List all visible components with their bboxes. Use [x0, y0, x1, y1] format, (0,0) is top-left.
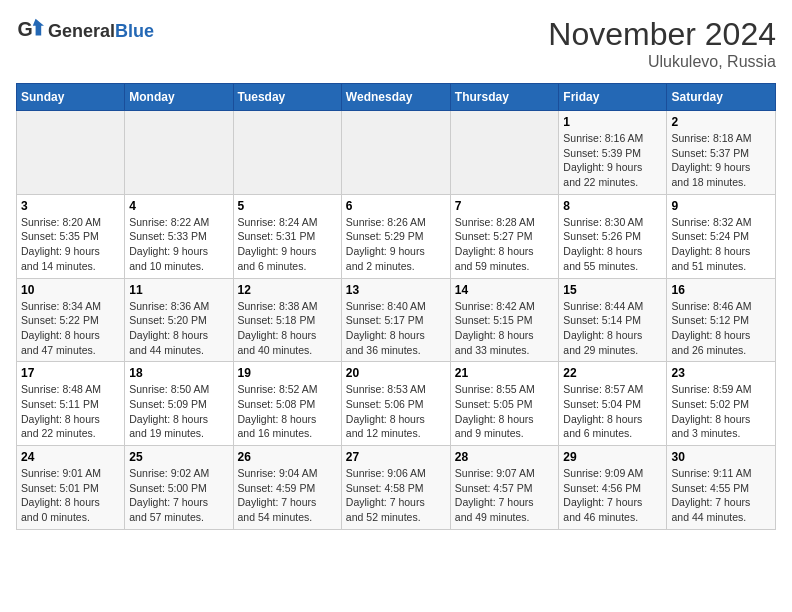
calendar-cell: 22Sunrise: 8:57 AM Sunset: 5:04 PM Dayli…: [559, 362, 667, 446]
calendar-cell: 21Sunrise: 8:55 AM Sunset: 5:05 PM Dayli…: [450, 362, 559, 446]
calendar-cell: 23Sunrise: 8:59 AM Sunset: 5:02 PM Dayli…: [667, 362, 776, 446]
day-number: 17: [21, 366, 120, 380]
header-monday: Monday: [125, 84, 233, 111]
calendar-cell: 17Sunrise: 8:48 AM Sunset: 5:11 PM Dayli…: [17, 362, 125, 446]
day-info: Sunrise: 9:07 AM Sunset: 4:57 PM Dayligh…: [455, 466, 555, 525]
calendar-cell: 19Sunrise: 8:52 AM Sunset: 5:08 PM Dayli…: [233, 362, 341, 446]
calendar-week-row: 17Sunrise: 8:48 AM Sunset: 5:11 PM Dayli…: [17, 362, 776, 446]
calendar-cell: 4Sunrise: 8:22 AM Sunset: 5:33 PM Daylig…: [125, 194, 233, 278]
calendar-cell: 12Sunrise: 8:38 AM Sunset: 5:18 PM Dayli…: [233, 278, 341, 362]
day-number: 8: [563, 199, 662, 213]
day-number: 10: [21, 283, 120, 297]
day-number: 2: [671, 115, 771, 129]
calendar-cell: 11Sunrise: 8:36 AM Sunset: 5:20 PM Dayli…: [125, 278, 233, 362]
header-thursday: Thursday: [450, 84, 559, 111]
day-info: Sunrise: 8:16 AM Sunset: 5:39 PM Dayligh…: [563, 131, 662, 190]
day-number: 25: [129, 450, 228, 464]
day-info: Sunrise: 8:38 AM Sunset: 5:18 PM Dayligh…: [238, 299, 337, 358]
day-info: Sunrise: 8:46 AM Sunset: 5:12 PM Dayligh…: [671, 299, 771, 358]
calendar-cell: 26Sunrise: 9:04 AM Sunset: 4:59 PM Dayli…: [233, 446, 341, 530]
day-number: 29: [563, 450, 662, 464]
calendar-week-row: 3Sunrise: 8:20 AM Sunset: 5:35 PM Daylig…: [17, 194, 776, 278]
day-info: Sunrise: 9:11 AM Sunset: 4:55 PM Dayligh…: [671, 466, 771, 525]
day-info: Sunrise: 8:59 AM Sunset: 5:02 PM Dayligh…: [671, 382, 771, 441]
day-info: Sunrise: 9:02 AM Sunset: 5:00 PM Dayligh…: [129, 466, 228, 525]
day-number: 7: [455, 199, 555, 213]
day-info: Sunrise: 8:20 AM Sunset: 5:35 PM Dayligh…: [21, 215, 120, 274]
calendar-week-row: 10Sunrise: 8:34 AM Sunset: 5:22 PM Dayli…: [17, 278, 776, 362]
day-number: 23: [671, 366, 771, 380]
day-number: 12: [238, 283, 337, 297]
calendar-cell: 13Sunrise: 8:40 AM Sunset: 5:17 PM Dayli…: [341, 278, 450, 362]
logo-general: General: [48, 22, 115, 42]
day-number: 14: [455, 283, 555, 297]
calendar-cell: 25Sunrise: 9:02 AM Sunset: 5:00 PM Dayli…: [125, 446, 233, 530]
day-info: Sunrise: 8:44 AM Sunset: 5:14 PM Dayligh…: [563, 299, 662, 358]
day-info: Sunrise: 8:24 AM Sunset: 5:31 PM Dayligh…: [238, 215, 337, 274]
day-number: 5: [238, 199, 337, 213]
day-number: 30: [671, 450, 771, 464]
title-area: November 2024 Ulukulevo, Russia: [548, 16, 776, 71]
calendar-cell: [125, 111, 233, 195]
day-info: Sunrise: 8:48 AM Sunset: 5:11 PM Dayligh…: [21, 382, 120, 441]
calendar-cell: 2Sunrise: 8:18 AM Sunset: 5:37 PM Daylig…: [667, 111, 776, 195]
day-info: Sunrise: 8:26 AM Sunset: 5:29 PM Dayligh…: [346, 215, 446, 274]
calendar-cell: [341, 111, 450, 195]
month-title: November 2024: [548, 16, 776, 53]
day-number: 22: [563, 366, 662, 380]
day-number: 11: [129, 283, 228, 297]
calendar-cell: 15Sunrise: 8:44 AM Sunset: 5:14 PM Dayli…: [559, 278, 667, 362]
location-title: Ulukulevo, Russia: [548, 53, 776, 71]
calendar-cell: 14Sunrise: 8:42 AM Sunset: 5:15 PM Dayli…: [450, 278, 559, 362]
day-info: Sunrise: 8:32 AM Sunset: 5:24 PM Dayligh…: [671, 215, 771, 274]
day-info: Sunrise: 9:09 AM Sunset: 4:56 PM Dayligh…: [563, 466, 662, 525]
calendar-cell: 29Sunrise: 9:09 AM Sunset: 4:56 PM Dayli…: [559, 446, 667, 530]
day-info: Sunrise: 8:40 AM Sunset: 5:17 PM Dayligh…: [346, 299, 446, 358]
calendar-week-row: 1Sunrise: 8:16 AM Sunset: 5:39 PM Daylig…: [17, 111, 776, 195]
day-info: Sunrise: 8:22 AM Sunset: 5:33 PM Dayligh…: [129, 215, 228, 274]
day-info: Sunrise: 8:50 AM Sunset: 5:09 PM Dayligh…: [129, 382, 228, 441]
header-sunday: Sunday: [17, 84, 125, 111]
svg-marker-1: [33, 19, 44, 36]
day-info: Sunrise: 8:36 AM Sunset: 5:20 PM Dayligh…: [129, 299, 228, 358]
day-number: 16: [671, 283, 771, 297]
logo-text: General Blue: [48, 22, 154, 42]
day-number: 13: [346, 283, 446, 297]
day-info: Sunrise: 8:30 AM Sunset: 5:26 PM Dayligh…: [563, 215, 662, 274]
day-info: Sunrise: 8:28 AM Sunset: 5:27 PM Dayligh…: [455, 215, 555, 274]
day-number: 1: [563, 115, 662, 129]
header-saturday: Saturday: [667, 84, 776, 111]
day-number: 27: [346, 450, 446, 464]
day-number: 9: [671, 199, 771, 213]
day-info: Sunrise: 8:55 AM Sunset: 5:05 PM Dayligh…: [455, 382, 555, 441]
header-tuesday: Tuesday: [233, 84, 341, 111]
calendar-cell: 9Sunrise: 8:32 AM Sunset: 5:24 PM Daylig…: [667, 194, 776, 278]
calendar-cell: 3Sunrise: 8:20 AM Sunset: 5:35 PM Daylig…: [17, 194, 125, 278]
day-number: 26: [238, 450, 337, 464]
calendar-cell: 6Sunrise: 8:26 AM Sunset: 5:29 PM Daylig…: [341, 194, 450, 278]
logo-icon: G: [16, 16, 44, 48]
calendar-cell: 30Sunrise: 9:11 AM Sunset: 4:55 PM Dayli…: [667, 446, 776, 530]
calendar-week-row: 24Sunrise: 9:01 AM Sunset: 5:01 PM Dayli…: [17, 446, 776, 530]
calendar-cell: 27Sunrise: 9:06 AM Sunset: 4:58 PM Dayli…: [341, 446, 450, 530]
day-number: 28: [455, 450, 555, 464]
calendar-cell: 18Sunrise: 8:50 AM Sunset: 5:09 PM Dayli…: [125, 362, 233, 446]
day-number: 18: [129, 366, 228, 380]
day-number: 20: [346, 366, 446, 380]
calendar-cell: [450, 111, 559, 195]
calendar-cell: 8Sunrise: 8:30 AM Sunset: 5:26 PM Daylig…: [559, 194, 667, 278]
header-friday: Friday: [559, 84, 667, 111]
day-info: Sunrise: 8:18 AM Sunset: 5:37 PM Dayligh…: [671, 131, 771, 190]
calendar-cell: 5Sunrise: 8:24 AM Sunset: 5:31 PM Daylig…: [233, 194, 341, 278]
day-number: 15: [563, 283, 662, 297]
calendar-cell: 16Sunrise: 8:46 AM Sunset: 5:12 PM Dayli…: [667, 278, 776, 362]
day-info: Sunrise: 8:53 AM Sunset: 5:06 PM Dayligh…: [346, 382, 446, 441]
day-info: Sunrise: 8:52 AM Sunset: 5:08 PM Dayligh…: [238, 382, 337, 441]
day-info: Sunrise: 8:42 AM Sunset: 5:15 PM Dayligh…: [455, 299, 555, 358]
day-number: 24: [21, 450, 120, 464]
logo-blue: Blue: [115, 22, 154, 42]
calendar-cell: 28Sunrise: 9:07 AM Sunset: 4:57 PM Dayli…: [450, 446, 559, 530]
calendar-cell: 24Sunrise: 9:01 AM Sunset: 5:01 PM Dayli…: [17, 446, 125, 530]
calendar-cell: [233, 111, 341, 195]
calendar-cell: 20Sunrise: 8:53 AM Sunset: 5:06 PM Dayli…: [341, 362, 450, 446]
